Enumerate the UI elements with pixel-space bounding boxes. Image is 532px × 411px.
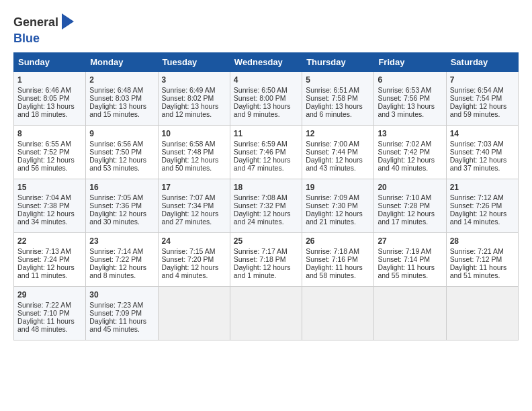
day-number: 20 — [378, 183, 442, 192]
day-number: 22 — [17, 236, 82, 246]
calendar-cell: 16Sunrise: 7:05 AMSunset: 7:36 PMDayligh… — [86, 179, 158, 232]
day-info-line: Sunrise: 6:54 AM — [450, 86, 515, 94]
day-info-line: Sunrise: 7:04 AM — [17, 193, 82, 201]
day-number: 26 — [306, 236, 370, 246]
calendar-cell: 19Sunrise: 7:09 AMSunset: 7:30 PMDayligh… — [302, 179, 374, 232]
day-number: 29 — [17, 290, 82, 300]
day-info-line: Daylight: 12 hours and 27 minutes. — [162, 210, 226, 226]
day-number: 15 — [17, 183, 82, 192]
logo-blue: Blue — [13, 32, 40, 46]
day-number: 6 — [378, 75, 442, 85]
day-info-line: Sunset: 8:05 PM — [17, 94, 82, 102]
day-info-line: Sunrise: 6:59 AM — [234, 140, 298, 148]
calendar-cell: 15Sunrise: 7:04 AMSunset: 7:38 PMDayligh… — [14, 179, 86, 232]
day-info-line: Sunset: 7:32 PM — [234, 201, 298, 210]
logo-general: General — [13, 16, 58, 30]
calendar-cell: 24Sunrise: 7:15 AMSunset: 7:20 PMDayligh… — [158, 232, 230, 286]
day-number: 10 — [162, 129, 226, 138]
day-info-line: Daylight: 11 hours and 51 minutes. — [450, 263, 515, 279]
day-number: 4 — [234, 75, 298, 85]
calendar-cell: 4Sunrise: 6:50 AMSunset: 8:00 PMDaylight… — [230, 71, 302, 125]
day-info-line: Sunset: 8:03 PM — [89, 94, 154, 102]
day-info-line: Sunrise: 6:53 AM — [378, 86, 442, 94]
day-info-line: Sunset: 7:50 PM — [89, 148, 154, 156]
day-number: 14 — [450, 129, 515, 138]
day-info-line: Sunset: 7:56 PM — [378, 94, 442, 102]
day-info-line: Daylight: 11 hours and 58 minutes. — [306, 263, 370, 279]
calendar-cell: 13Sunrise: 7:02 AMSunset: 7:42 PMDayligh… — [374, 125, 446, 179]
calendar-cell: 7Sunrise: 6:54 AMSunset: 7:54 PMDaylight… — [446, 71, 518, 125]
weekday-header-row: SundayMondayTuesdayWednesdayThursdayFrid… — [14, 52, 519, 71]
calendar-cell: 17Sunrise: 7:07 AMSunset: 7:34 PMDayligh… — [158, 179, 230, 232]
day-info-line: Sunrise: 7:10 AM — [378, 193, 442, 201]
day-info-line: Sunset: 7:20 PM — [162, 255, 226, 263]
day-info-line: Sunrise: 7:02 AM — [378, 140, 442, 148]
day-info-line: Sunset: 7:30 PM — [306, 201, 370, 210]
day-info-line: Daylight: 12 hours and 59 minutes. — [450, 102, 515, 118]
day-number: 3 — [162, 75, 226, 85]
day-info-line: Sunrise: 7:09 AM — [306, 193, 370, 201]
day-info-line: Daylight: 12 hours and 4 minutes. — [162, 263, 226, 279]
day-number: 21 — [450, 183, 515, 192]
day-info-line: Daylight: 12 hours and 56 minutes. — [17, 156, 82, 172]
day-number: 30 — [89, 290, 154, 300]
day-info-line: Sunrise: 7:07 AM — [162, 193, 226, 201]
day-info-line: Daylight: 11 hours and 45 minutes. — [89, 317, 154, 333]
day-info-line: Sunset: 8:00 PM — [234, 94, 298, 102]
day-info-line: Sunset: 7:46 PM — [234, 148, 298, 156]
day-number: 11 — [234, 129, 298, 138]
day-info-line: Sunset: 7:16 PM — [306, 255, 370, 263]
day-info-line: Sunrise: 6:51 AM — [306, 86, 370, 94]
day-number: 27 — [378, 236, 442, 246]
day-info-line: Daylight: 12 hours and 1 minute. — [234, 263, 298, 279]
calendar-cell: 29Sunrise: 7:22 AMSunset: 7:10 PMDayligh… — [14, 286, 86, 340]
calendar-cell: 12Sunrise: 7:00 AMSunset: 7:44 PMDayligh… — [302, 125, 374, 179]
day-info-line: Sunrise: 7:00 AM — [306, 140, 370, 148]
calendar-cell — [158, 286, 230, 340]
calendar-cell — [230, 286, 302, 340]
day-info-line: Daylight: 12 hours and 37 minutes. — [450, 156, 515, 172]
page-header: General Blue — [13, 13, 519, 46]
day-info-line: Daylight: 12 hours and 47 minutes. — [234, 156, 298, 172]
day-info-line: Sunset: 7:18 PM — [234, 255, 298, 263]
weekday-header-saturday: Saturday — [446, 52, 518, 71]
day-info-line: Daylight: 12 hours and 14 minutes. — [450, 210, 515, 226]
day-info-line: Sunset: 7:34 PM — [162, 201, 226, 210]
day-number: 13 — [378, 129, 442, 138]
calendar-cell: 22Sunrise: 7:13 AMSunset: 7:24 PMDayligh… — [14, 232, 86, 286]
calendar-cell: 20Sunrise: 7:10 AMSunset: 7:28 PMDayligh… — [374, 179, 446, 232]
logo-arrow-icon — [62, 13, 74, 32]
calendar-cell: 21Sunrise: 7:12 AMSunset: 7:26 PMDayligh… — [446, 179, 518, 232]
day-info-line: Sunset: 7:58 PM — [306, 94, 370, 102]
calendar-table: SundayMondayTuesdayWednesdayThursdayFrid… — [13, 52, 519, 340]
day-number: 1 — [17, 75, 82, 85]
weekday-header-tuesday: Tuesday — [158, 52, 230, 71]
day-number: 16 — [89, 183, 154, 192]
calendar-cell: 1Sunrise: 6:46 AMSunset: 8:05 PMDaylight… — [14, 71, 86, 125]
calendar-cell: 25Sunrise: 7:17 AMSunset: 7:18 PMDayligh… — [230, 232, 302, 286]
calendar-cell: 14Sunrise: 7:03 AMSunset: 7:40 PMDayligh… — [446, 125, 518, 179]
calendar-cell: 23Sunrise: 7:14 AMSunset: 7:22 PMDayligh… — [86, 232, 158, 286]
day-info-line: Daylight: 13 hours and 9 minutes. — [234, 102, 298, 118]
day-info-line: Daylight: 12 hours and 34 minutes. — [17, 210, 82, 226]
day-info-line: Daylight: 12 hours and 50 minutes. — [162, 156, 226, 172]
day-info-line: Sunrise: 7:15 AM — [162, 247, 226, 255]
day-info-line: Daylight: 12 hours and 17 minutes. — [378, 210, 442, 226]
day-number: 9 — [89, 129, 154, 138]
calendar-cell — [446, 286, 518, 340]
day-info-line: Daylight: 13 hours and 6 minutes. — [306, 102, 370, 118]
svg-marker-0 — [62, 13, 74, 30]
calendar-week-row: 15Sunrise: 7:04 AMSunset: 7:38 PMDayligh… — [14, 179, 519, 232]
day-info-line: Sunset: 7:26 PM — [450, 201, 515, 210]
day-number: 19 — [306, 183, 370, 192]
day-info-line: Sunrise: 7:17 AM — [234, 247, 298, 255]
day-info-line: Sunset: 7:24 PM — [17, 255, 82, 263]
day-info-line: Sunrise: 7:12 AM — [450, 193, 515, 201]
day-info-line: Sunset: 7:09 PM — [89, 309, 154, 317]
day-info-line: Sunrise: 7:22 AM — [17, 301, 82, 309]
day-info-line: Daylight: 13 hours and 15 minutes. — [89, 102, 154, 118]
day-info-line: Sunset: 7:40 PM — [450, 148, 515, 156]
day-info-line: Sunrise: 7:18 AM — [306, 247, 370, 255]
day-info-line: Sunrise: 6:56 AM — [89, 140, 154, 148]
calendar-cell — [374, 286, 446, 340]
